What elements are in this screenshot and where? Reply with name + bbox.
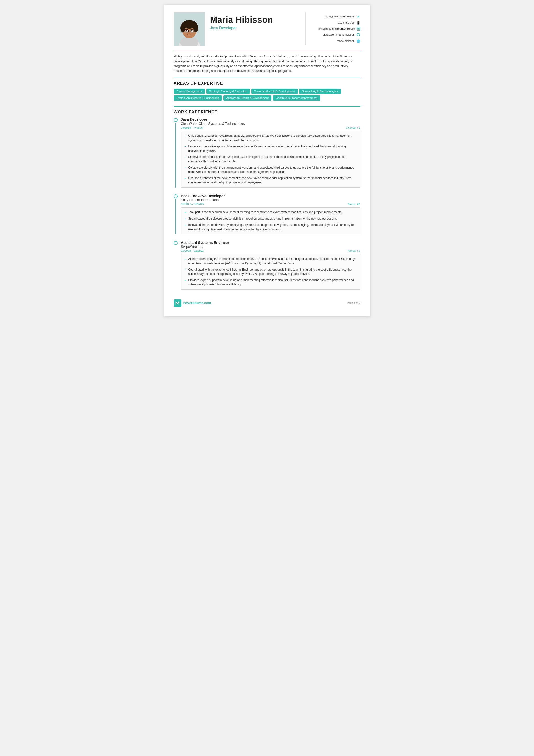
- email-icon: ✉: [356, 14, 361, 19]
- footer-logo-text: novoresume.com: [183, 301, 211, 305]
- bullet-text: Coordinated with the experienced Sytems …: [188, 267, 357, 276]
- bullet-item: –Oversee all phases of the development o…: [185, 176, 357, 185]
- job-title-text: Java Developer: [181, 117, 361, 122]
- job-entry: Java DeveloperClearWater Cloud Systems &…: [174, 117, 361, 187]
- bullet-text: Spearheaded the software product definit…: [188, 216, 338, 221]
- summary-text: Highly experienced, solutions-oriented p…: [174, 54, 361, 73]
- job-company: Easy Stream International: [181, 198, 361, 202]
- job-dates: 04/2015 – Present: [181, 126, 203, 129]
- bullet-dash: –: [185, 216, 187, 221]
- footer: novoresume.com Page 1 of 2: [174, 297, 361, 307]
- bullet-text: Utilize Java, Enterprise Java Bean, Java…: [188, 134, 357, 143]
- job-dates-location: 01/2008 – 01/2011Tampa, FL: [181, 249, 361, 252]
- job-content: Java DeveloperClearWater Cloud Systems &…: [181, 117, 361, 187]
- job-bullets: –Aided in overseeing the transition of t…: [181, 254, 361, 289]
- linkedin-text: linkedin.com/in/maria.hibisson: [318, 27, 355, 30]
- person-name: Maria Hibisson: [210, 15, 305, 25]
- expertise-tag: Application Design & Development: [223, 95, 271, 100]
- job-company: ClearWater Cloud Systems & Technologies: [181, 122, 361, 125]
- bullet-text: Took part in the scheduled development m…: [188, 210, 342, 215]
- bullet-text: Aided in overseeing the transition of th…: [188, 257, 357, 266]
- bullet-text: Oversee all phases of the development of…: [188, 176, 357, 185]
- job-bullets: –Utilize Java, Enterprise Java Bean, Jav…: [181, 131, 361, 187]
- job-title-text: Back-End Java Developer: [181, 194, 361, 198]
- bullet-dash: –: [185, 278, 187, 283]
- expertise-divider: [174, 78, 361, 78]
- bullet-dash: –: [185, 166, 187, 170]
- footer-logo: novoresume.com: [174, 299, 211, 307]
- email-text: maria@novoresume.com: [324, 15, 355, 18]
- bullet-dash: –: [185, 144, 187, 149]
- bullet-item: –Supervise and lead a team of 10+ junior…: [185, 155, 357, 164]
- resume-page: Maria Hibisson Java Developer maria@novo…: [164, 5, 370, 316]
- jobs-container: Java DeveloperClearWater Cloud Systems &…: [174, 117, 361, 289]
- expertise-tag: Continuous Process Improvement: [273, 95, 320, 100]
- tags-row-1: Project ManagementStrategic Planning & E…: [174, 89, 361, 94]
- avatar: [174, 13, 205, 46]
- job-location: Orlando, FL: [346, 126, 361, 129]
- bullet-dash: –: [185, 210, 187, 215]
- linkedin-row: linkedin.com/in/maria.hibisson in: [310, 27, 361, 31]
- job-dates-location: 02/2011 – 03/2015Tampa, FL: [181, 202, 361, 205]
- job-entry: Assistant Systems EngineerSwipeWire Inc.…: [174, 240, 361, 289]
- contact-info: maria@novoresume.com ✉ 0123 456 789 📱 li…: [305, 13, 361, 45]
- job-icon-col: [174, 117, 178, 187]
- job-entry: Back-End Java DeveloperEasy Stream Inter…: [174, 194, 361, 234]
- bullet-item: –Collaborate closely with the management…: [185, 166, 357, 174]
- github-icon: [356, 33, 361, 37]
- job-circle-icon: [174, 195, 178, 198]
- bullet-text: Collaborate closely with the management,…: [188, 166, 357, 174]
- bullet-item: –Took part in the scheduled development …: [185, 210, 357, 215]
- svg-point-15: [189, 33, 190, 34]
- bullet-dash: –: [185, 257, 187, 261]
- work-divider: [174, 106, 361, 107]
- job-dates-location: 04/2015 – PresentOrlando, FL: [181, 126, 361, 129]
- work-experience-section: WORK EXPERIENCE Java DeveloperClearWater…: [174, 110, 361, 289]
- job-title: Java Developer: [210, 26, 305, 30]
- bullet-item: –Enforce an innovative approach to impro…: [185, 144, 357, 153]
- job-location: Tampa, FL: [347, 202, 361, 205]
- bullet-item: –Aided in overseeing the transition of t…: [185, 257, 357, 266]
- job-company: SwipeWire Inc.: [181, 245, 361, 249]
- bullet-dash: –: [185, 176, 187, 181]
- job-dates: 01/2008 – 01/2011: [181, 249, 204, 252]
- github-row: github.com/maria.hibisson: [310, 33, 361, 37]
- bullet-item: –Innovated the phone devices by deployin…: [185, 223, 357, 231]
- bullet-dash: –: [185, 134, 187, 138]
- bullet-text: Innovated the phone devices by deploying…: [188, 223, 357, 231]
- phone-icon: 📱: [356, 21, 361, 25]
- phone-text: 0123 456 789: [338, 21, 354, 24]
- bullet-text: Supervise and lead a team of 10+ junior …: [188, 155, 357, 164]
- portfolio-text: maria.hibisson: [337, 40, 354, 42]
- job-dates: 02/2011 – 03/2015: [181, 202, 204, 205]
- job-bullets: –Took part in the scheduled development …: [181, 207, 361, 234]
- bullet-dash: –: [185, 223, 187, 228]
- bullet-dash: –: [185, 267, 187, 272]
- bullet-item: –Spearheaded the software product defini…: [185, 216, 357, 221]
- job-content: Back-End Java DeveloperEasy Stream Inter…: [181, 194, 361, 234]
- bullet-text: Provided expert support in developing an…: [188, 278, 357, 287]
- expertise-section: AREAS OF EXPERTISE Project ManagementStr…: [174, 81, 361, 100]
- bullet-dash: –: [185, 155, 187, 159]
- job-timeline-line: [175, 122, 176, 187]
- job-content: Assistant Systems EngineerSwipeWire Inc.…: [181, 240, 361, 289]
- expertise-title: AREAS OF EXPERTISE: [174, 81, 361, 86]
- job-circle-icon: [174, 241, 178, 245]
- header-divider: [174, 51, 361, 51]
- svg-point-13: [186, 30, 187, 32]
- svg-point-14: [191, 30, 192, 32]
- bullet-text: Enforce an innovative approach to improv…: [188, 144, 357, 153]
- bullet-item: –Utilize Java, Enterprise Java Bean, Jav…: [185, 134, 357, 143]
- header-section: Maria Hibisson Java Developer maria@novo…: [174, 13, 361, 46]
- job-circle-icon: [174, 118, 178, 122]
- job-title-text: Assistant Systems Engineer: [181, 240, 361, 245]
- name-title-block: Maria Hibisson Java Developer: [210, 13, 305, 30]
- expertise-tag: System Architecture & Engineering: [174, 95, 222, 100]
- job-timeline-line: [175, 199, 176, 234]
- expertise-tag: Scrum & Agile Methodologies: [299, 89, 341, 94]
- job-location: Tampa, FL: [347, 249, 361, 252]
- job-icon-col: [174, 240, 178, 289]
- expertise-tag: Project Management: [174, 89, 205, 94]
- email-row: maria@novoresume.com ✉: [310, 14, 361, 19]
- bullet-item: –Provided expert support in developing a…: [185, 278, 357, 287]
